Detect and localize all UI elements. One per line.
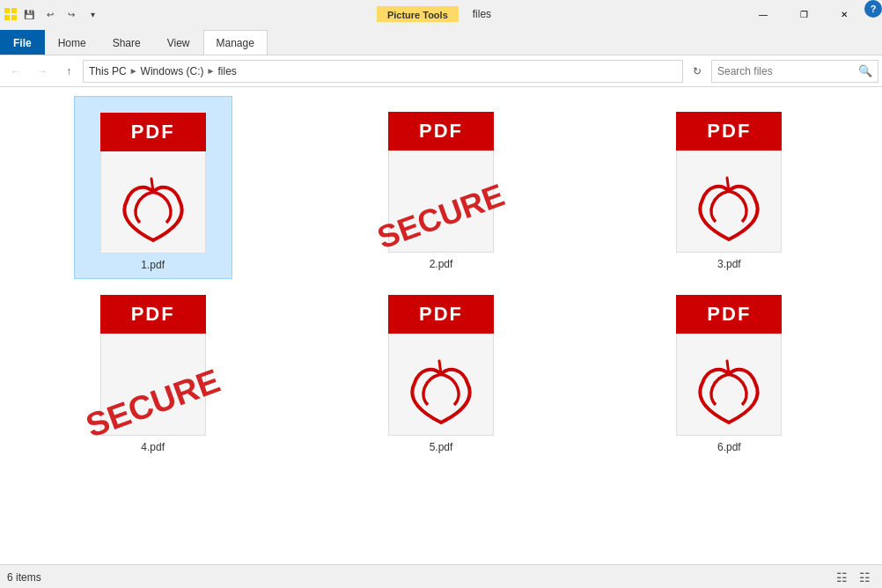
tab-home[interactable]: Home [45,30,99,55]
search-input[interactable] [717,65,855,77]
title-bar: 💾 ↩ ↪ ▾ Picture Tools files — ❐ ✕ ? [0,0,882,28]
save-quick-btn[interactable]: 💾 [19,4,39,24]
acrobat-swash-3 [685,169,773,248]
file-label-4: 4.pdf [141,441,165,453]
tab-file[interactable]: File [0,30,45,55]
breadcrumb-drive[interactable]: Windows (C:) [141,65,204,77]
pdf-icon-5: PDF [379,286,503,436]
pdf-banner-6: PDF [676,295,782,334]
view-controls: ☷ ☷ [831,569,875,586]
item-count: 6 items [7,571,41,584]
help-button[interactable]: ? [864,0,882,18]
ribbon: File Home Share View Manage [0,28,882,55]
file-item-1[interactable]: PDF 1.pdf [74,96,232,279]
breadcrumb-sep-2: ► [207,66,216,76]
file-item-4[interactable]: PDF SECURE 4.pdf [74,279,232,460]
acrobat-swash-5 [397,352,485,431]
title-center: Picture Tools files [377,6,505,22]
svg-rect-0 [4,8,10,13]
svg-rect-1 [11,8,17,13]
svg-rect-2 [4,15,10,20]
file-item-3[interactable]: PDF 3.pdf [650,96,808,279]
file-label-6: 6.pdf [717,441,741,453]
file-area: PDF 1.pdf PDF SECURE 2.pdf [0,87,882,564]
breadcrumb-current: files [218,65,237,77]
address-bar: ← → ↑ This PC ► Windows (C:) ► files ↻ 🔍 [0,55,882,87]
tab-view[interactable]: View [154,30,203,55]
file-item-2[interactable]: PDF SECURE 2.pdf [362,96,520,279]
picture-tools-tab: Picture Tools [377,6,459,22]
pdf-banner-2: PDF [388,112,494,151]
customize-quick-access-btn[interactable]: ▾ [83,4,102,24]
minimize-button[interactable]: — [743,0,783,28]
tab-manage[interactable]: Manage [203,30,268,55]
file-item-5[interactable]: PDF 5.pdf [362,279,520,460]
window-controls: — ❐ ✕ ? [743,0,882,28]
tab-share[interactable]: Share [99,30,154,55]
file-item-6[interactable]: PDF 6.pdf [650,279,808,460]
pdf-banner-4: PDF [100,295,206,334]
ribbon-tabs: File Home Share View Manage [0,28,882,55]
pdf-icon-4: PDF SECURE [92,286,215,436]
acrobat-swash-6 [685,352,773,431]
app-icon [4,7,18,21]
large-icons-view-btn[interactable]: ☷ [854,569,875,586]
search-icon: 🔍 [858,64,872,77]
breadcrumb-sep-1: ► [129,66,138,76]
refresh-button[interactable]: ↻ [685,60,709,83]
pdf-icon-2: PDF SECURE [379,103,503,253]
address-path[interactable]: This PC ► Windows (C:) ► files [83,60,683,83]
pdf-banner-3: PDF [676,112,782,151]
title-bar-left: 💾 ↩ ↪ ▾ [0,4,102,24]
redo-quick-btn[interactable]: ↪ [62,4,81,24]
window-title: files [459,6,505,22]
file-label-5: 5.pdf [430,441,453,453]
file-label-1: 1.pdf [141,259,165,271]
pdf-banner-5: PDF [388,295,494,334]
breadcrumb-thispc[interactable]: This PC [89,65,127,77]
main-content: PDF 1.pdf PDF SECURE 2.pdf [0,87,882,588]
search-box[interactable]: 🔍 [711,60,878,83]
up-button[interactable]: ↑ [56,60,81,83]
details-view-btn[interactable]: ☷ [831,569,852,586]
undo-quick-btn[interactable]: ↩ [40,4,60,24]
pdf-icon-3: PDF [667,103,790,253]
forward-button: → [30,60,55,83]
acrobat-swash-1 [109,170,197,249]
close-button[interactable]: ✕ [824,0,864,28]
svg-rect-3 [11,15,17,20]
pdf-banner-1: PDF [100,113,206,151]
restore-button[interactable]: ❐ [783,0,824,28]
back-button: ← [4,60,28,83]
status-bar: 6 items ☷ ☷ [0,564,882,588]
pdf-icon-6: PDF [667,286,790,436]
pdf-icon-1: PDF [92,104,215,254]
file-label-3: 3.pdf [717,258,741,270]
file-label-2: 2.pdf [430,258,453,270]
